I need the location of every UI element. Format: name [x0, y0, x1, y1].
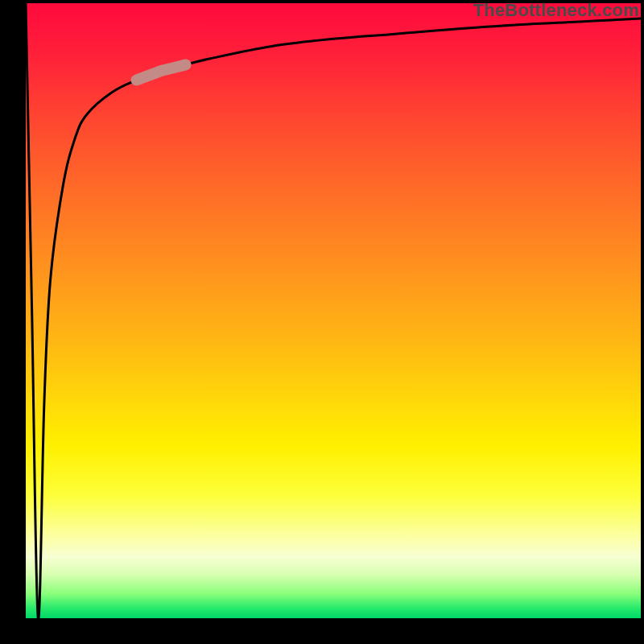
plot-area: [26, 3, 641, 618]
watermark-text: TheBottleneck.com: [473, 0, 639, 21]
chart-stage: TheBottleneck.com: [0, 0, 644, 644]
